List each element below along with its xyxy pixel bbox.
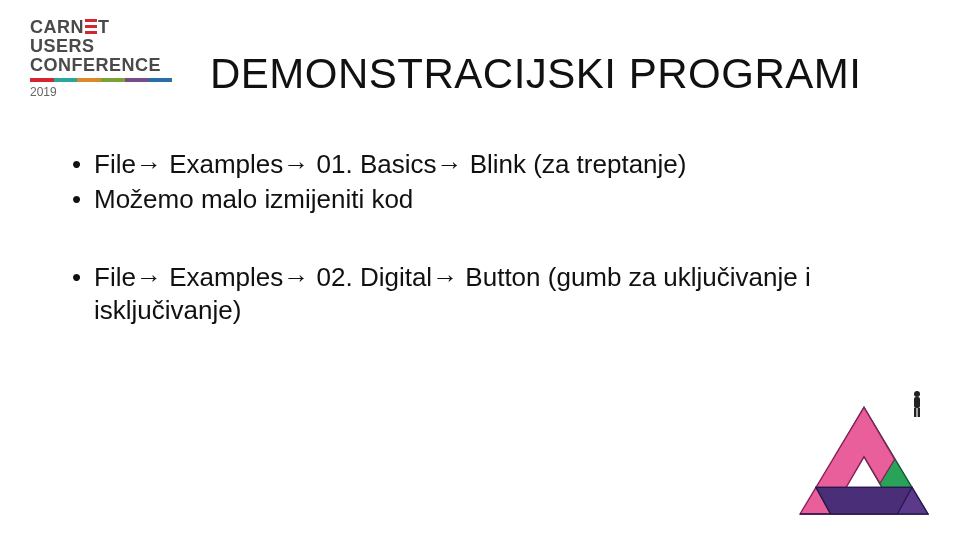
conference-logo: CARN T USERS CONFERENCE 2019	[30, 18, 180, 99]
person-figure-icon	[910, 390, 924, 422]
slide: CARN T USERS CONFERENCE 2019 DEMONSTRACI…	[0, 0, 960, 540]
logo-line1-part1: CARN	[30, 18, 84, 37]
arrow-icon: →	[283, 149, 309, 179]
logo-year: 2019	[30, 85, 180, 99]
logo-line1-part2: T	[98, 18, 110, 37]
arrow-icon: →	[436, 149, 462, 179]
logo-color-stripe	[30, 78, 172, 82]
logo-text: CARN T USERS CONFERENCE	[30, 18, 180, 75]
bullet-3: File→ Examples→ 02. Digital→ Button (gum…	[72, 261, 900, 328]
logo-bars-icon	[85, 19, 97, 34]
bullet-3-seg-2: Examples	[162, 262, 283, 292]
svg-point-4	[914, 391, 920, 397]
bullet-1-seg-3: 01. Basics	[309, 149, 436, 179]
svg-rect-5	[914, 397, 920, 408]
bullet-1-seg-2: Examples	[162, 149, 283, 179]
slide-title: DEMONSTRACIJSKI PROGRAMI	[210, 50, 861, 98]
svg-marker-3	[816, 487, 912, 514]
arrow-icon: →	[136, 149, 162, 179]
bullet-2: Možemo malo izmijeniti kod	[72, 183, 900, 216]
slide-body: File→ Examples→ 01. Basics→ Blink (za tr…	[72, 148, 900, 329]
arrow-icon: →	[136, 262, 162, 292]
logo-line3: CONFERENCE	[30, 56, 180, 75]
bullet-3-seg-3: 02. Digital	[309, 262, 432, 292]
logo-line2: USERS	[30, 37, 180, 56]
bullet-1: File→ Examples→ 01. Basics→ Blink (za tr…	[72, 148, 900, 181]
bullet-3-seg-1: File	[94, 262, 136, 292]
arrow-icon: →	[432, 262, 458, 292]
arrow-icon: →	[283, 262, 309, 292]
svg-rect-6	[914, 408, 916, 417]
svg-rect-7	[918, 408, 920, 417]
bullet-1-seg-4: Blink (za treptanje)	[462, 149, 686, 179]
bullet-1-seg-1: File	[94, 149, 136, 179]
